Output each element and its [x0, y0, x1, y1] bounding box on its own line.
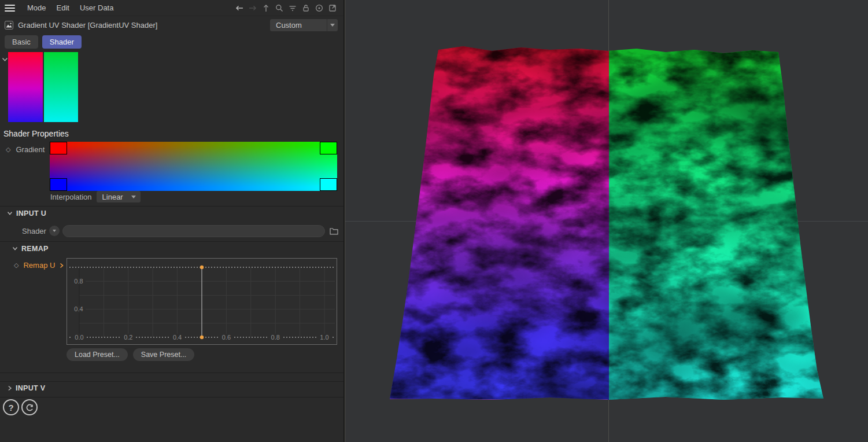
shader-link-row: Shader: [22, 224, 339, 237]
chevron-down-icon: [12, 246, 18, 251]
remap-header: REMAP: [21, 245, 49, 253]
svg-text:0.0: 0.0: [75, 334, 83, 341]
divider: [0, 397, 343, 397]
application-window: Mode Edit User Data: [0, 0, 868, 442]
object-title: Gradient UV Shader [GradientUV Shader]: [18, 21, 157, 30]
help-icon[interactable]: ?: [3, 399, 19, 415]
remap-u-label: Remap U: [23, 261, 55, 270]
preview-right-gradient: [44, 52, 79, 122]
footer-icons: ?: [3, 399, 38, 415]
preset-dropdown-arrow-icon[interactable]: [327, 19, 338, 31]
keyframe-diamond-icon[interactable]: ◇: [14, 261, 19, 269]
divider: [0, 241, 343, 242]
chevron-down-icon: [7, 211, 13, 216]
svg-text:0.4: 0.4: [74, 305, 83, 312]
forward-arrow-icon[interactable]: [248, 3, 258, 13]
preset-dropdown[interactable]: Custom: [270, 19, 338, 31]
section-input-v[interactable]: INPUT V: [8, 384, 45, 392]
tab-basic[interactable]: Basic: [5, 35, 38, 49]
hamburger-menu-icon[interactable]: [5, 5, 15, 12]
preview-left-gradient: [8, 52, 43, 122]
help-question-glyph: ?: [8, 403, 13, 412]
input-v-header: INPUT V: [16, 384, 45, 392]
shader-properties-heading: Shader Properties: [3, 129, 69, 138]
interpolation-value: Linear: [102, 193, 123, 201]
gradient-knot-cyan[interactable]: [320, 178, 337, 191]
svg-text:0.8: 0.8: [271, 334, 280, 341]
svg-text:0.6: 0.6: [222, 334, 231, 341]
svg-text:0.2: 0.2: [124, 334, 132, 341]
gradient-editor[interactable]: [50, 142, 337, 191]
filter-icon[interactable]: [287, 3, 298, 13]
shader-link-label: Shader: [22, 227, 49, 235]
tab-shader[interactable]: Shader: [42, 35, 82, 49]
up-arrow-icon[interactable]: [261, 3, 271, 13]
svg-text:0.4: 0.4: [173, 334, 182, 341]
keyframe-diamond-icon[interactable]: ◇: [6, 146, 10, 153]
chevron-right-icon: [8, 385, 12, 391]
shader-preview-thumbnail[interactable]: [8, 52, 78, 122]
menu-user-data[interactable]: User Data: [75, 0, 119, 16]
chevron-right-icon: [60, 263, 64, 268]
remap-curve-graph[interactable]: 0.8 0.4 0.0 0.2 0.4 0.6 0.8 1.0: [67, 258, 337, 345]
browse-folder-icon[interactable]: [328, 226, 339, 236]
gradient-row-label: ◇ Gradient: [6, 145, 45, 154]
section-remap[interactable]: REMAP: [12, 245, 49, 253]
save-preset-button[interactable]: Save Preset...: [133, 348, 195, 361]
load-preset-button[interactable]: Load Preset...: [67, 348, 128, 361]
interpolation-label: Interpolation: [50, 193, 92, 201]
remap-u-row[interactable]: ◇ Remap U: [14, 261, 64, 270]
shader-thumbnail-icon: [5, 21, 13, 30]
new-window-icon[interactable]: [327, 3, 338, 13]
terrain-mesh: [345, 0, 868, 442]
lock-icon[interactable]: [301, 3, 311, 13]
divider: [0, 373, 343, 373]
target-icon[interactable]: [314, 3, 324, 13]
3d-viewport[interactable]: [345, 0, 868, 442]
menu-mode[interactable]: Mode: [22, 0, 51, 16]
attribute-manager-panel: Mode Edit User Data: [0, 0, 343, 442]
interpolation-dropdown-arrow-icon: [131, 196, 136, 198]
menu-bar: Mode Edit User Data: [0, 0, 343, 16]
menu-edit[interactable]: Edit: [51, 0, 75, 16]
divider: [0, 381, 343, 382]
object-title-row: Gradient UV Shader [GradientUV Shader] C…: [0, 17, 343, 32]
tab-bar: Basic Shader: [5, 35, 82, 49]
svg-text:1.0: 1.0: [320, 334, 328, 341]
search-icon[interactable]: [274, 3, 285, 13]
gradient-knot-red[interactable]: [50, 142, 67, 154]
preview-collapse-chevron-icon[interactable]: [2, 54, 8, 64]
shader-link-input[interactable]: [62, 225, 326, 237]
input-u-header: INPUT U: [16, 209, 46, 218]
curve-point-bottom[interactable]: [200, 336, 204, 339]
gradient-knot-blue[interactable]: [50, 178, 67, 191]
svg-text:0.8: 0.8: [74, 278, 83, 285]
reset-icon[interactable]: [21, 399, 38, 415]
gradient-bottom-layer: [50, 142, 337, 191]
preset-buttons-row: Load Preset... Save Preset...: [67, 348, 194, 361]
curve-point-top[interactable]: [200, 266, 204, 269]
shader-link-dropdown-button[interactable]: [49, 226, 60, 236]
back-arrow-icon[interactable]: [234, 3, 245, 13]
interpolation-row: Interpolation Linear: [50, 191, 141, 202]
section-input-u[interactable]: INPUT U: [7, 209, 46, 218]
divider: [0, 206, 343, 207]
gradient-knot-green[interactable]: [320, 142, 337, 154]
gradient-label: Gradient: [16, 145, 45, 154]
preset-dropdown-value: Custom: [270, 21, 327, 30]
interpolation-dropdown[interactable]: Linear: [97, 191, 141, 202]
menu-bar-icons: [234, 3, 339, 13]
